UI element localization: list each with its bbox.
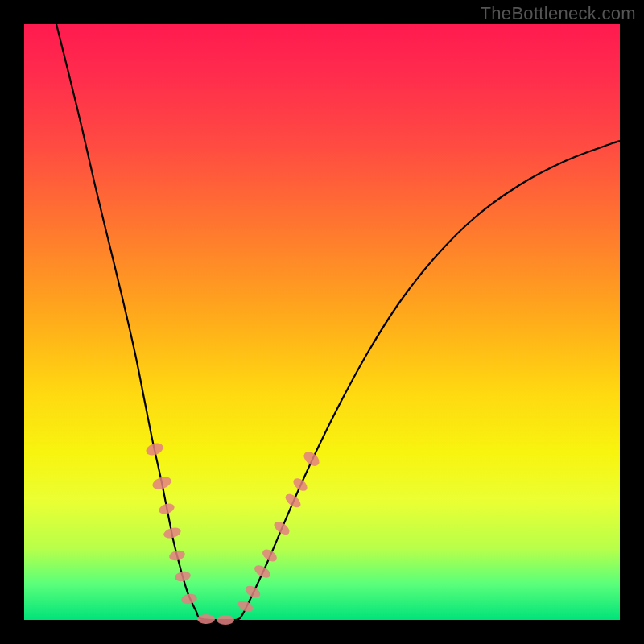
data-marker	[158, 502, 176, 516]
data-marker	[144, 441, 164, 458]
bottleneck-curve	[56, 24, 620, 620]
data-marker	[291, 476, 309, 493]
data-markers	[144, 441, 322, 625]
data-marker	[301, 449, 322, 469]
data-marker	[174, 570, 192, 583]
chart-svg	[24, 24, 620, 620]
data-marker	[236, 598, 254, 614]
data-marker	[197, 614, 215, 624]
data-marker	[217, 615, 234, 625]
data-marker	[163, 526, 182, 540]
data-marker	[272, 519, 292, 538]
data-marker	[151, 474, 172, 491]
data-marker	[168, 549, 186, 562]
watermark-text: TheBottleneck.com	[481, 3, 636, 24]
data-marker	[243, 584, 262, 600]
plot-area	[24, 24, 620, 620]
data-marker	[283, 491, 303, 510]
data-marker	[180, 592, 198, 605]
data-marker	[252, 563, 272, 580]
data-marker	[260, 547, 279, 564]
